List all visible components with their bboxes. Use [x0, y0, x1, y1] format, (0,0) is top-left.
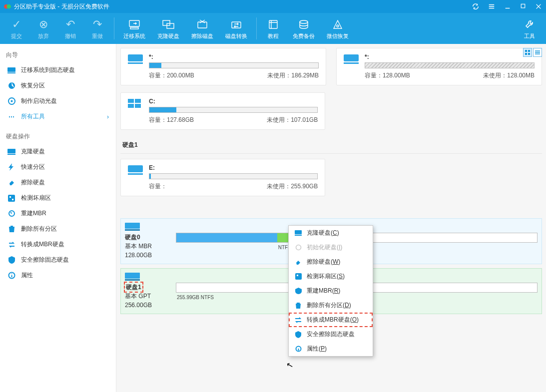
- context-item[interactable]: 重建MBR(R): [289, 284, 373, 298]
- tutorial-button[interactable]: 教程: [260, 15, 287, 42]
- context-item[interactable]: 克隆硬盘(C): [289, 226, 373, 240]
- disk-icon: [7, 148, 16, 156]
- partition-card[interactable]: E: 容量：未使用：255.90GB: [120, 159, 325, 196]
- dots-icon: ⋯: [7, 113, 16, 121]
- context-menu: 克隆硬盘(C)初始化硬盘(I)擦除硬盘(W)检测坏扇区(S)重建MBR(R)删除…: [288, 225, 373, 357]
- drive-icon: [128, 165, 143, 175]
- svg-rect-39: [125, 229, 140, 231]
- sidebar-quick-partition[interactable]: 快速分区: [4, 159, 112, 175]
- context-item[interactable]: 属性(P): [289, 342, 373, 356]
- pie-icon: [7, 82, 16, 90]
- svg-rect-46: [297, 275, 298, 276]
- context-item[interactable]: 擦除硬盘(W): [289, 255, 373, 269]
- sidebar: 向导 迁移系统到固态硬盘 恢复分区 制作启动光盘 ⋯所有工具› 硬盘操作 克隆硬…: [0, 44, 116, 392]
- commit-button[interactable]: ✓提交: [3, 15, 30, 42]
- partition-name: C:: [149, 98, 318, 105]
- maximize-icon[interactable]: [520, 3, 526, 10]
- sidebar-rebuild-mbr[interactable]: 重建MBR: [4, 206, 112, 221]
- svg-rect-13: [7, 72, 15, 73]
- minimize-icon[interactable]: [504, 3, 511, 10]
- svg-rect-31: [344, 62, 359, 64]
- window-title: 分区助手专业版 - 无损分区免费软件: [14, 2, 472, 11]
- context-item[interactable]: 删除所有分区(D): [289, 298, 373, 313]
- menu-icon[interactable]: [488, 3, 495, 10]
- drive-icon: [128, 54, 143, 64]
- svg-rect-6: [167, 23, 174, 28]
- check-icon: ✓: [12, 17, 21, 31]
- svg-rect-12: [7, 67, 15, 72]
- tools-button[interactable]: 工具: [516, 15, 543, 42]
- sidebar-secure-erase[interactable]: 安全擦除固态硬盘: [4, 252, 112, 268]
- convert-button[interactable]: 磁盘转换: [219, 15, 253, 42]
- svg-rect-18: [7, 154, 15, 155]
- undo-icon: ↶: [66, 17, 75, 31]
- svg-point-1: [6, 4, 11, 9]
- svg-rect-2: [521, 4, 525, 8]
- backup-button[interactable]: 免费备份: [287, 15, 321, 42]
- migrate-icon: [128, 17, 141, 31]
- sidebar-bad-sector[interactable]: 检测坏扇区: [4, 190, 112, 206]
- discard-button[interactable]: ⊗放弃: [30, 15, 57, 42]
- context-item[interactable]: 转换成MBR硬盘(O): [289, 313, 373, 327]
- ctx-icon: [294, 230, 303, 236]
- wizard-header: 向导: [4, 48, 112, 62]
- migrate-button[interactable]: 迁移系统: [117, 15, 151, 42]
- svg-rect-24: [525, 50, 527, 52]
- partition-name: *:: [149, 53, 319, 60]
- svg-rect-21: [12, 199, 13, 200]
- wipe-icon: [196, 17, 209, 31]
- svg-rect-28: [128, 54, 143, 61]
- convert-icon: [230, 17, 243, 31]
- view-toggle: [523, 48, 542, 57]
- disk-section-header: 硬盘1: [120, 137, 542, 154]
- refresh-circle-icon: [7, 210, 16, 218]
- ctx-icon: [294, 273, 303, 280]
- bolt-icon: [7, 163, 16, 171]
- clone-button[interactable]: 克隆硬盘: [151, 15, 185, 42]
- eraser-icon: [7, 179, 16, 187]
- redo-button[interactable]: ↷重做: [84, 15, 111, 42]
- svg-rect-32: [128, 99, 134, 103]
- disk-icon: [125, 273, 140, 282]
- sidebar-wipe-disk[interactable]: 擦除硬盘: [4, 175, 112, 190]
- grid-view-button[interactable]: [523, 48, 532, 57]
- ctx-icon: [294, 317, 303, 323]
- wechat-icon: [332, 17, 344, 31]
- sidebar-migrate-ssd[interactable]: 迁移系统到固态硬盘: [4, 62, 112, 78]
- sidebar-delete-all[interactable]: 删除所有分区: [4, 221, 112, 237]
- ctx-icon: [294, 331, 303, 338]
- sidebar-all-tools[interactable]: ⋯所有工具›: [4, 109, 112, 124]
- partition-name: E:: [149, 164, 318, 171]
- partition-card[interactable]: *: 容量：200.00MB未使用：186.29MB: [120, 48, 326, 85]
- svg-point-11: [337, 25, 339, 27]
- sidebar-clone-disk[interactable]: 克隆硬盘: [4, 144, 112, 159]
- svg-rect-17: [7, 149, 15, 153]
- undo-button[interactable]: ↶撤销: [57, 15, 84, 42]
- main-area: *: 容量：200.00MB未使用：186.29MB *: 容量：128.00M…: [116, 44, 546, 392]
- windows-drive-icon: [128, 99, 143, 109]
- info-icon: [7, 272, 16, 280]
- sidebar-properties[interactable]: 属性: [4, 268, 112, 283]
- partition-card[interactable]: C: 容量：127.68GB未使用：107.01GB: [120, 92, 325, 130]
- sidebar-convert-mbr[interactable]: 转换成MBR硬盘: [4, 237, 112, 252]
- list-view-button[interactable]: [533, 48, 542, 57]
- refresh-icon[interactable]: [472, 3, 479, 10]
- svg-rect-26: [525, 53, 527, 55]
- sidebar-recover-partition[interactable]: 恢复分区: [4, 78, 112, 93]
- sidebar-boot-disc[interactable]: 制作启动光盘: [4, 93, 112, 109]
- context-item[interactable]: 安全擦除固态硬盘: [289, 327, 373, 342]
- ctx-icon: [294, 244, 303, 251]
- svg-rect-45: [295, 273, 302, 280]
- svg-rect-27: [528, 53, 530, 55]
- svg-rect-41: [125, 279, 140, 281]
- ctx-icon: [294, 288, 303, 294]
- wipe-button[interactable]: 擦除磁盘: [185, 15, 219, 42]
- cursor-icon: ↖: [285, 360, 294, 371]
- svg-rect-42: [295, 230, 302, 234]
- svg-point-16: [10, 100, 12, 102]
- partition-card[interactable]: *: 容量：128.00MB未使用：128.00MB: [336, 48, 542, 85]
- shield-icon: [7, 256, 16, 264]
- close-icon[interactable]: [535, 3, 542, 10]
- wechat-recovery-button[interactable]: 微信恢复: [321, 15, 355, 42]
- context-item[interactable]: 检测坏扇区(S): [289, 269, 373, 284]
